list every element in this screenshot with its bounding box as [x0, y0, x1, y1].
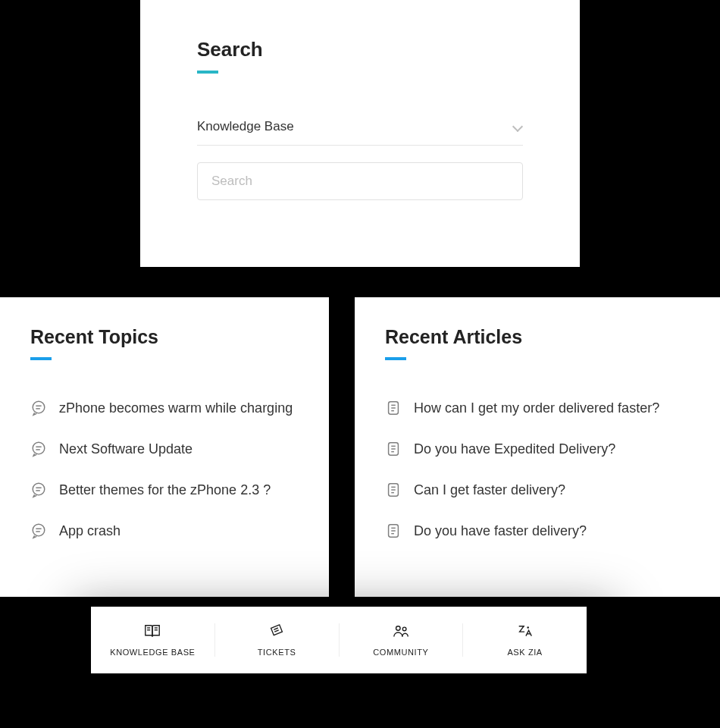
nav-item-label: KNOWLEDGE BASE	[110, 648, 195, 657]
search-scope-select[interactable]: Knowledge Base	[197, 119, 523, 146]
svg-line-33	[274, 630, 279, 632]
speech-bubble-icon	[30, 441, 47, 457]
nav-item-knowledge-base[interactable]: KNOWLEDGE BASE	[91, 623, 215, 657]
speech-bubble-icon	[30, 522, 47, 539]
list-item[interactable]: zPhone becomes warm while charging	[30, 388, 299, 428]
list-item-label: Can I get faster delivery?	[414, 482, 565, 498]
svg-point-3	[33, 442, 45, 454]
bottom-nav: KNOWLEDGE BASE TICKETS COMMUNITY	[91, 607, 587, 673]
document-icon	[385, 482, 402, 498]
nav-item-community[interactable]: COMMUNITY	[340, 623, 464, 657]
document-icon	[385, 441, 402, 457]
list-item-label: How can I get my order delivered faster?	[414, 400, 659, 416]
list-item[interactable]: Can I get faster delivery?	[385, 469, 690, 510]
recent-topics-title: Recent Topics	[30, 326, 299, 348]
list-item-label: Better themes for the zPhone 2.3 ?	[59, 482, 271, 498]
search-scope-value: Knowledge Base	[197, 119, 294, 134]
list-item[interactable]: How can I get my order delivered faster?	[385, 388, 690, 428]
list-item[interactable]: App crash	[30, 510, 299, 551]
list-item[interactable]: Do you have Expedited Delivery?	[385, 428, 690, 469]
nav-item-label: TICKETS	[258, 648, 296, 657]
list-item-label: App crash	[59, 523, 121, 539]
list-item-label: Do you have faster delivery?	[414, 523, 587, 539]
svg-point-34	[396, 626, 400, 631]
search-title: Search	[197, 38, 523, 61]
svg-point-36	[527, 626, 529, 629]
recent-articles-panel: Recent Articles How can I get my order d…	[355, 297, 720, 597]
speech-bubble-icon	[30, 400, 47, 416]
ticket-icon	[268, 623, 286, 640]
svg-point-0	[33, 401, 45, 413]
speech-bubble-icon	[30, 482, 47, 498]
zia-icon	[516, 623, 534, 640]
nav-item-tickets[interactable]: TICKETS	[215, 623, 340, 657]
list-item-label: Do you have Expedited Delivery?	[414, 441, 615, 457]
nav-item-ask-zia[interactable]: ASK ZIA	[463, 623, 587, 657]
svg-point-6	[33, 483, 45, 495]
title-underline	[197, 71, 218, 74]
recent-articles-title: Recent Articles	[385, 326, 690, 348]
recent-topics-panel: Recent Topics zPhone becomes warm while …	[0, 297, 329, 597]
list-item[interactable]: Next Software Update	[30, 428, 299, 469]
nav-item-label: ASK ZIA	[507, 648, 542, 657]
document-icon	[385, 400, 402, 416]
book-icon	[143, 623, 161, 640]
document-icon	[385, 522, 402, 539]
chevron-down-icon	[512, 121, 523, 132]
list-item-label: Next Software Update	[59, 441, 193, 457]
svg-line-32	[274, 628, 278, 629]
list-item[interactable]: Better themes for the zPhone 2.3 ?	[30, 469, 299, 510]
search-card: Search Knowledge Base	[140, 0, 580, 267]
title-underline	[385, 357, 406, 360]
title-underline	[30, 357, 52, 360]
search-input[interactable]	[197, 162, 523, 200]
list-item-label: zPhone becomes warm while charging	[59, 400, 293, 416]
community-icon	[392, 623, 410, 640]
svg-point-9	[33, 524, 45, 536]
list-item[interactable]: Do you have faster delivery?	[385, 510, 690, 551]
nav-item-label: COMMUNITY	[373, 648, 428, 657]
svg-point-35	[402, 627, 406, 631]
